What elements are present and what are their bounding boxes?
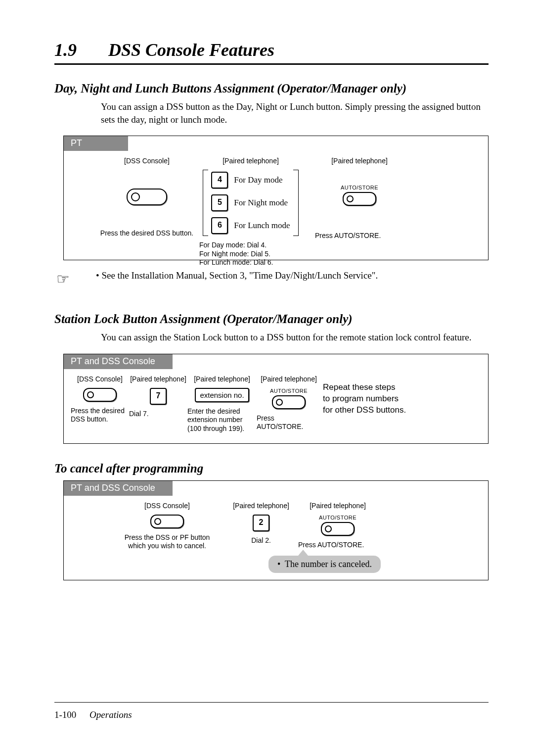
footer-section: Operations xyxy=(89,709,132,720)
d2-col4-label: [Paired telephone] xyxy=(261,375,317,383)
d1-col3-label: [Paired telephone] xyxy=(331,157,388,165)
d1-col2-label: [Paired telephone] xyxy=(222,157,279,165)
auto-store-button-icon-2 xyxy=(272,395,306,409)
d1-col1-caption: Press the desired DSS button. xyxy=(100,229,193,238)
section3-heading: To cancel after programming xyxy=(54,462,489,475)
dss-button-icon-3 xyxy=(150,515,184,528)
d1-col1-label: [DSS Console] xyxy=(124,157,170,165)
page-number: 1-100 xyxy=(54,709,76,720)
d3-col3-caption: Press AUTO/STORE. xyxy=(298,541,364,550)
d2-col3-caption: Enter the desired extension number (100 … xyxy=(187,407,244,433)
key-2: 2 xyxy=(253,515,269,531)
d2-col4-caption: Press AUTO/STORE. xyxy=(257,414,321,431)
section1-intro: You can assign a DSS button as the Day, … xyxy=(101,100,489,126)
diagram1-tab: PT xyxy=(64,136,128,151)
d2-col2-caption: Dial 7. xyxy=(129,410,149,419)
repeat-instructions: Repeat these steps to program numbers fo… xyxy=(323,382,406,416)
d3-col2-caption: Dial 2. xyxy=(251,536,271,545)
d1-col2-caption: For Day mode: Dial 4. For Night mode: Di… xyxy=(199,241,273,267)
chapter-number: 1.9 xyxy=(54,40,77,60)
diagram2-tab: PT and DSS Console xyxy=(64,354,173,369)
d3-col1-label: [DSS Console] xyxy=(144,502,190,510)
d3-col1-caption: Press the DSS or PF button which you wis… xyxy=(125,533,210,551)
auto-store-button-icon xyxy=(343,192,376,206)
page: 1.9 DSS Console Features Day, Night and … xyxy=(0,0,534,756)
page-footer: 1-100 Operations xyxy=(54,709,132,720)
section2-heading: Station Lock Button Assignment (Operator… xyxy=(54,312,489,326)
diagram-station-lock: PT and DSS Console [DSS Console] Press t… xyxy=(63,354,489,444)
mode-day-label: For Day mode xyxy=(234,175,282,185)
mode-lunch-label: For Lunch mode xyxy=(234,221,290,231)
d1-col3-caption: Press AUTO/STORE. xyxy=(315,232,381,240)
footer-rule xyxy=(54,702,489,703)
d2-col1-label: [DSS Console] xyxy=(77,375,123,383)
dss-button-icon-2 xyxy=(83,388,117,402)
dss-button-icon xyxy=(127,189,167,205)
diagram3-tab: PT and DSS Console xyxy=(64,481,173,496)
auto-store-label-1: AUTO/STORE xyxy=(341,185,378,190)
section2-intro: You can assign the Station Lock button t… xyxy=(101,331,489,344)
key-5: 5 xyxy=(211,194,228,211)
diagram-cancel: PT and DSS Console [DSS Console] Press t… xyxy=(63,480,489,580)
chapter-title: DSS Console Features xyxy=(108,40,274,60)
key-6: 6 xyxy=(211,217,228,234)
d2-col2-label: [Paired telephone] xyxy=(130,375,186,383)
diagram-day-night-lunch: PT [DSS Console] Press the desired DSS b… xyxy=(63,136,489,260)
chapter-heading: 1.9 DSS Console Features xyxy=(54,40,489,65)
extension-no-box: extension no. xyxy=(195,388,249,402)
d3-col2-label: [Paired telephone] xyxy=(233,502,289,510)
auto-store-label-3: AUTO/STORE xyxy=(319,515,356,520)
key-7: 7 xyxy=(150,388,167,405)
mode-night-label: For Night mode xyxy=(234,198,288,208)
auto-store-label-2: AUTO/STORE xyxy=(270,388,308,394)
section1-heading: Day, Night and Lunch Buttons Assignment … xyxy=(54,82,489,95)
key-4: 4 xyxy=(211,172,228,189)
auto-store-button-icon-3 xyxy=(321,522,355,536)
d2-col1-caption: Press the desired DSS button. xyxy=(71,407,125,424)
d3-col3-label: [Paired telephone] xyxy=(310,502,366,510)
d2-col3-label: [Paired telephone] xyxy=(194,375,250,383)
callout-text: The number is canceled. xyxy=(285,559,372,569)
callout-bubble: • The number is canceled. xyxy=(268,556,381,573)
